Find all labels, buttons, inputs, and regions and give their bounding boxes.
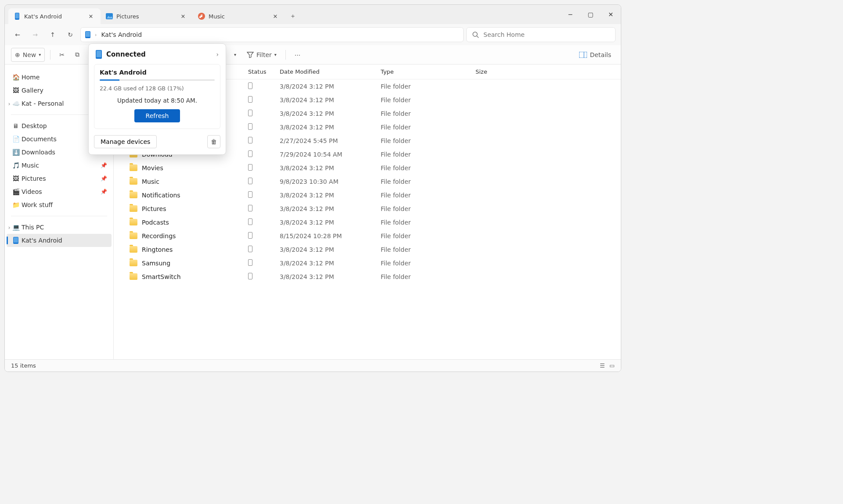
column-type[interactable]: Type (381, 68, 476, 75)
search-input[interactable]: Search Home (466, 27, 616, 42)
minimize-button[interactable]: ─ (560, 5, 580, 24)
refresh-button[interactable]: Refresh (134, 109, 180, 122)
cut-button[interactable]: ✂ (56, 48, 68, 62)
file-date: 3/8/2024 3:12 PM (280, 124, 381, 131)
new-button[interactable]: ⊕ New ▾ (11, 48, 45, 62)
column-status[interactable]: Status (248, 68, 280, 75)
view-dropdown[interactable]: ▾ (231, 48, 240, 62)
list-view-icon[interactable]: ☰ (600, 362, 605, 369)
file-date: 3/8/2024 3:12 PM (280, 192, 381, 199)
sidebar-item-pictures[interactable]: 🖼Pictures📌 (7, 172, 112, 185)
file-explorer-window: Kat's Android ✕ Pictures ✕ Music ✕ ＋ ─ ▢… (4, 4, 621, 372)
folder-icon (130, 192, 137, 198)
folder-icon (130, 219, 137, 225)
copy-button[interactable]: ⧉ (72, 48, 83, 62)
breadcrumb[interactable]: › Kat's Android (80, 27, 464, 42)
phone-status-icon (248, 123, 252, 130)
flyout-settings-button[interactable]: 🗑 (207, 135, 220, 148)
phone-icon (12, 236, 20, 244)
file-type: File folder (381, 273, 476, 280)
tab-music[interactable]: Music ✕ (193, 8, 285, 24)
chevron-down-icon: ▾ (39, 52, 41, 57)
home-icon: 🏠 (12, 73, 20, 81)
status-bar: 15 items ☰ ▭ (5, 359, 621, 372)
filter-icon (247, 52, 254, 58)
forward-button[interactable]: → (28, 27, 43, 42)
sidebar-item-android[interactable]: Kat's Android (7, 234, 112, 247)
tab-close-button[interactable]: ✕ (178, 11, 188, 21)
file-date: 7/29/2024 10:54 AM (280, 151, 381, 158)
phone-status-icon (248, 259, 252, 266)
flyout-device-card: Kat's Android 22.4 GB used of 128 GB (17… (94, 64, 220, 129)
more-button[interactable]: ⋯ (291, 48, 304, 62)
file-type: File folder (381, 164, 476, 172)
tab-close-button[interactable]: ✕ (270, 11, 281, 21)
filter-button[interactable]: Filter ▾ (243, 48, 280, 62)
file-name: Pictures (142, 205, 166, 212)
tab-close-button[interactable]: ✕ (86, 11, 96, 21)
table-row[interactable]: Ringtones3/8/2024 3:12 PMFile folder (114, 243, 621, 256)
file-name: Ringtones (142, 246, 173, 253)
file-type: File folder (381, 178, 476, 185)
close-button[interactable]: ✕ (601, 5, 621, 24)
back-button[interactable]: ← (10, 27, 25, 42)
file-type: File folder (381, 97, 476, 104)
gallery-icon: 🖼 (12, 86, 20, 94)
svg-rect-1 (15, 13, 19, 18)
table-row[interactable]: Notifications3/8/2024 3:12 PMFile folder (114, 188, 621, 202)
trash-icon: 🗑 (211, 138, 217, 145)
sidebar-item-work[interactable]: 📁Work stuff (7, 198, 112, 211)
file-type: File folder (381, 137, 476, 144)
refresh-nav-button[interactable]: ↻ (63, 27, 78, 42)
pictures-icon: 🖼 (12, 175, 20, 182)
table-row[interactable]: Pictures3/8/2024 3:12 PMFile folder (114, 202, 621, 215)
details-pane-icon (579, 52, 587, 58)
column-date[interactable]: Date Modified (280, 68, 381, 75)
music-icon: 🎵 (12, 161, 20, 169)
manage-devices-button[interactable]: Manage devices (94, 135, 157, 148)
file-type: File folder (381, 151, 476, 158)
table-row[interactable]: Podcasts3/8/2024 3:12 PMFile folder (114, 215, 621, 229)
tab-pictures[interactable]: Pictures ✕ (101, 8, 193, 24)
file-type: File folder (381, 232, 476, 239)
details-pane-button[interactable]: Details (576, 48, 615, 62)
scissors-icon: ✂ (59, 51, 65, 58)
details-view-icon[interactable]: ▭ (609, 362, 615, 369)
plus-circle-icon: ⊕ (15, 51, 20, 58)
tab-label: Music (209, 13, 225, 20)
pin-icon: 📌 (101, 162, 107, 168)
maximize-button[interactable]: ▢ (580, 5, 601, 24)
up-button[interactable]: ↑ (45, 27, 60, 42)
phone-status-icon (248, 273, 252, 279)
svg-rect-9 (579, 52, 587, 58)
column-size[interactable]: Size (476, 68, 528, 75)
cloud-icon: ☁️ (12, 100, 20, 107)
folder-icon (130, 232, 137, 239)
svg-line-8 (477, 36, 479, 38)
file-type: File folder (381, 246, 476, 253)
folder-icon (130, 273, 137, 280)
file-type: File folder (381, 83, 476, 90)
chevron-down-icon: ▾ (234, 52, 236, 57)
tab-label: Pictures (116, 13, 139, 20)
table-row[interactable]: Recordings8/15/2024 10:28 PMFile folder (114, 229, 621, 243)
phone-status-icon (248, 246, 252, 252)
file-name: Recordings (142, 232, 176, 239)
table-row[interactable]: SmartSwitch3/8/2024 3:12 PMFile folder (114, 270, 621, 283)
table-row[interactable]: Music9/8/2023 10:30 AMFile folder (114, 175, 621, 188)
search-placeholder: Search Home (483, 31, 525, 38)
chevron-right-icon[interactable]: › (216, 51, 219, 58)
desktop-icon: 🖥 (12, 122, 20, 130)
table-row[interactable]: Movies3/8/2024 3:12 PMFile folder (114, 161, 621, 175)
sidebar-item-thispc[interactable]: 💻This PC (7, 221, 112, 234)
sidebar-item-music[interactable]: 🎵Music📌 (7, 159, 112, 172)
breadcrumb-location[interactable]: Kat's Android (101, 31, 142, 38)
search-icon (472, 31, 479, 38)
sidebar-item-videos[interactable]: 🎬Videos📌 (7, 185, 112, 198)
new-tab-button[interactable]: ＋ (285, 8, 301, 24)
file-date: 8/15/2024 10:28 PM (280, 232, 381, 239)
table-row[interactable]: Samsung3/8/2024 3:12 PMFile folder (114, 256, 621, 270)
folder-icon (130, 164, 137, 171)
window-controls: ─ ▢ ✕ (560, 5, 621, 24)
tab-kats-android[interactable]: Kat's Android ✕ (8, 8, 101, 24)
